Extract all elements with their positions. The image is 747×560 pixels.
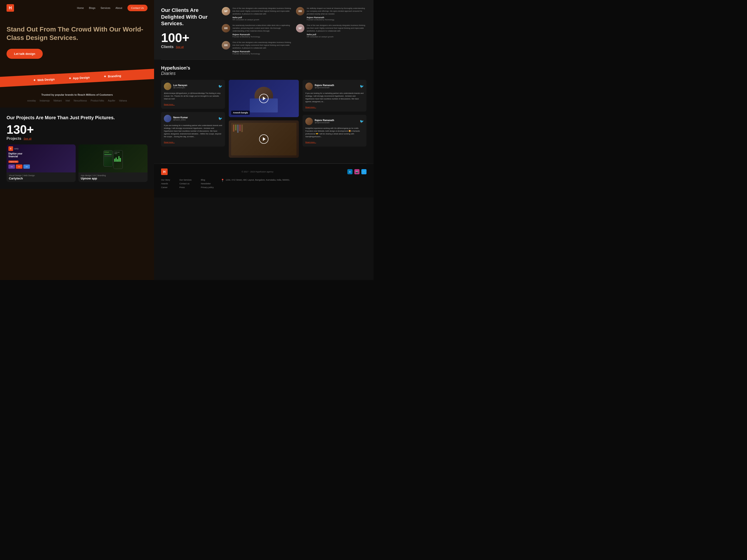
nav-home[interactable]: Home <box>77 6 84 9</box>
upnow-phones: Hi David Profit and loans <box>103 148 123 169</box>
testimonial-r2: NP One of the rare designers who seamles… <box>296 24 366 38</box>
tweet-avatar-naren <box>164 115 171 122</box>
testimonial-2-quote: He seamlessly transformed a data-driven … <box>232 24 292 32</box>
avatar-neha-r2: NP <box>296 24 304 32</box>
clients-left: Our Clients Are Delighted With Our Servi… <box>161 7 217 55</box>
footer-our-story[interactable]: Our Story <box>161 179 170 181</box>
footer-bottom: Our Story Awards Career Our Services Con… <box>161 179 366 193</box>
tweet-rajeev-r1-readmore[interactable]: Read more... <box>305 106 316 108</box>
footer-newsletter[interactable]: Newsletter <box>201 183 214 185</box>
brand-instamojo: Instamojo <box>40 99 50 102</box>
upnow-name: Upnow app <box>81 177 145 180</box>
clients-heading: Our Clients Are Delighted With Our Servi… <box>161 7 217 27</box>
clients-see-all[interactable]: See all <box>176 46 184 48</box>
diamond-icon-3: ✦ <box>104 75 107 78</box>
tweet-naren: Naren Kumar @Naren_Elites 🐦 If you are l… <box>161 112 225 146</box>
clients-right: NP One of the rare designers who seamles… <box>222 7 366 55</box>
play-button-2[interactable] <box>259 134 268 144</box>
diaries-left-col: Lux Narayan @LuxNarayan 🐦 @stevnmarya @H… <box>161 80 225 158</box>
testimonial-3-name: Rajeev Ramanath <box>232 50 292 53</box>
brand-intel: Intel <box>66 99 70 102</box>
brand-xoxoday: xoxoday <box>27 99 36 102</box>
tweet-avatar-lux <box>164 83 171 90</box>
testimonials-col-left: NP One of the rare designers who seamles… <box>222 7 292 55</box>
nav-links: Home Blogs Services About Contact Us <box>77 5 148 11</box>
tweet-rajeev-r2-name: Rajeev Ramanath <box>315 119 334 122</box>
twitter-icon-lux: 🐦 <box>218 84 222 88</box>
avatar-initials-2: RR <box>222 24 230 32</box>
footer-address: 📍 1234, XYZ Street, ABC Layout, Bangalor… <box>221 179 290 182</box>
tweet-rajeev-r2-header: Rajeev Ramanath @rajeevramanath 🐦 <box>305 117 364 125</box>
carty-header: c carty <box>8 146 74 151</box>
projects-section: Our Projects Are More Than Just Pretty P… <box>0 108 154 189</box>
testimonial-3-quote: One of the rare designers who seamlessly… <box>232 41 292 50</box>
linkedin-icon[interactable]: in <box>347 169 353 174</box>
tweet-avatar-rajeev-r2 <box>305 117 313 125</box>
clients-label: Clients <box>161 45 174 49</box>
testimonial-r2-name: Neha pull <box>307 33 366 36</box>
avatar-initials-3: RR <box>222 41 230 50</box>
clients-count: 100+ <box>161 30 217 45</box>
carty-logo: c <box>8 146 13 151</box>
footer-awards[interactable]: Awards <box>161 183 170 185</box>
tweet-rajeev-r2-handle: @rajeevramanath <box>315 122 334 124</box>
testimonial-1-quote: One of the rare designers who seamlessly… <box>232 7 292 16</box>
tweet-naren-header: Naren Kumar @Naren_Elites 🐦 <box>164 115 222 122</box>
phone-2: Profit and loans <box>113 150 123 169</box>
tweet-rajeev-r2: Rajeev Ramanath @rajeevramanath 🐦 Deligh… <box>303 115 366 146</box>
testimonial-r1-role: Founder at Blueberry Technology. <box>307 19 366 21</box>
video-2[interactable] <box>229 121 299 158</box>
diaries-videos-col: Aneesh bangla <box>229 80 299 158</box>
tweet-rajeev-r2-readmore[interactable]: Read more... <box>305 141 316 143</box>
testimonial-1-role: HR consultant at catalyst growth <box>232 19 292 21</box>
footer-career[interactable]: Career <box>161 186 170 189</box>
play-button-1[interactable] <box>259 94 268 103</box>
upnow-type: App design | UX | branding <box>81 174 145 177</box>
tweet-naren-readmore[interactable]: Read more... <box>164 141 175 143</box>
logo: H <box>6 4 14 12</box>
projects-see-all[interactable]: See all <box>24 137 31 140</box>
nav-services[interactable]: Services <box>101 6 110 9</box>
footer-privacy[interactable]: Privacy policy <box>201 186 214 189</box>
tweet-rajeev-r1-body: If you are looking for a marketing partn… <box>305 92 364 103</box>
brand-vahana: Vahana <box>119 99 127 102</box>
avatar-rajeev-r1: RR <box>296 7 304 16</box>
avatar-initials-r1: RR <box>296 7 304 16</box>
brand-aquifer: Aquifer <box>108 99 115 102</box>
carty-tagline: Digitize yourfinancial <box>8 152 74 158</box>
diaries-heading: Hypefusion's Diaries <box>161 65 366 76</box>
footer-address-text: 1234, XYZ Street, ABC Layout, Bangalore,… <box>226 179 290 181</box>
carty-cta: Digitize Now <box>8 161 19 163</box>
video-aneesh[interactable]: Aneesh bangla <box>229 80 299 117</box>
twitter-icon[interactable]: 🐦 <box>361 169 366 174</box>
nav-contact-button[interactable]: Contact Us <box>127 5 148 11</box>
clients-section: Our Clients Are Delighted With Our Servi… <box>154 0 374 59</box>
tweet-lux-body: @stevnmarya @Hypefusion_in @StreamAliviA… <box>164 92 222 100</box>
tweet-lux-handle: @LuxNarayan <box>173 86 187 89</box>
footer-blog[interactable]: Blog <box>201 179 214 181</box>
project-card-carty[interactable]: c carty Digitize yourfinancial Digitize … <box>6 144 76 182</box>
footer-press[interactable]: Press <box>180 186 192 189</box>
nav-about[interactable]: About <box>115 6 122 9</box>
diaries-grid: Lux Narayan @LuxNarayan 🐦 @stevnmarya @H… <box>161 80 366 158</box>
carty-name: Cartytech <box>9 177 73 180</box>
footer-our-services[interactable]: Our Services <box>180 179 192 181</box>
trusted-suffix-text: to Reach Millions of Customers <box>75 93 113 96</box>
twitter-icon-r1: 🐦 <box>360 84 364 88</box>
hero-section: Stand Out From The Crowd With Our World-… <box>0 16 154 63</box>
instagram-icon[interactable]: 📷 <box>354 169 360 174</box>
diaries-right-col: Rajeev Ramanath @rajeevramanath 🐦 If you… <box>303 80 366 158</box>
diaries-section: Hypefusion's Diaries Lux Narayan @LuxNar… <box>154 60 374 163</box>
testimonial-r2-quote: One of the rare designers who seamlessly… <box>307 24 366 32</box>
twitter-icon-r2: 🐦 <box>360 119 364 123</box>
nav-blogs[interactable]: Blogs <box>89 6 96 9</box>
project-card-upnow[interactable]: Hi David Profit and loans <box>78 144 148 182</box>
testimonial-3: RR One of the rare designers who seamles… <box>222 41 292 55</box>
brand-productfolks: Product folks <box>91 99 104 102</box>
avatar-rajeev-2: RR <box>222 41 230 50</box>
footer-contact-us[interactable]: Contact us <box>180 183 192 185</box>
testimonial-2-name: Rajeev Ramanath <box>232 33 292 36</box>
cta-button[interactable]: Let talk design <box>6 49 43 59</box>
testimonial-r2-text: One of the rare designers who seamlessly… <box>307 24 366 38</box>
tweet-lux-readmore[interactable]: Read more... <box>164 103 175 105</box>
